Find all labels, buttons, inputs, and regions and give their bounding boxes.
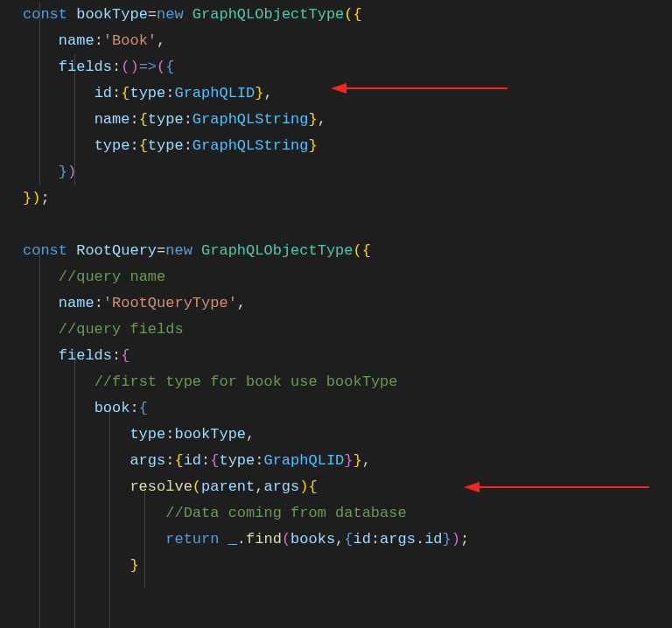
code-line: type:{type:GraphQLString} [0, 133, 672, 159]
code-line: name:'RootQueryType', [0, 290, 672, 317]
code-line: const bookType=new GraphQLObjectType({ [0, 2, 672, 28]
code-line: //first type for book use bookType [0, 369, 672, 395]
code-line: //Data coming from database [0, 500, 672, 527]
code-line: } [0, 553, 672, 579]
code-line: args:{id:{type:GraphQLID}}, [0, 448, 672, 474]
code-line: name:{type:GraphQLString}, [0, 107, 672, 133]
code-editor-viewport: const bookType=new GraphQLObjectType({ n… [0, 0, 672, 579]
code-line: }); [0, 185, 672, 212]
code-line-blank [0, 212, 672, 238]
code-line: //query fields [0, 317, 672, 343]
code-line: fields:{ [0, 343, 672, 369]
code-line: name:'Book', [0, 28, 672, 54]
code-line: type:bookType, [0, 422, 672, 448]
code-line: return _.find(books,{id:args.id}); [0, 527, 672, 553]
code-line: const RootQuery=new GraphQLObjectType({ [0, 238, 672, 264]
code-line: //query name [0, 264, 672, 290]
code-line: book:{ [0, 395, 672, 422]
code-line: fields:()=>({ [0, 54, 672, 80]
code-line: }) [0, 159, 672, 185]
